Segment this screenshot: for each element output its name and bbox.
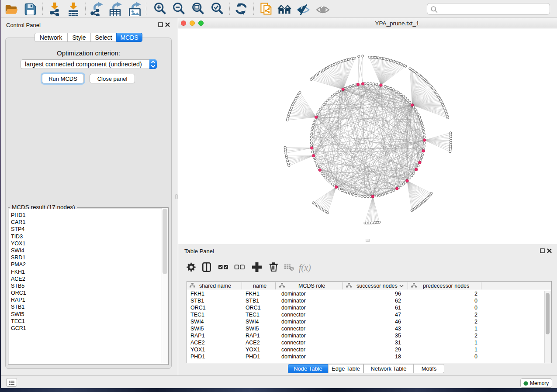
svg-text:f(x): f(x) (299, 263, 311, 273)
